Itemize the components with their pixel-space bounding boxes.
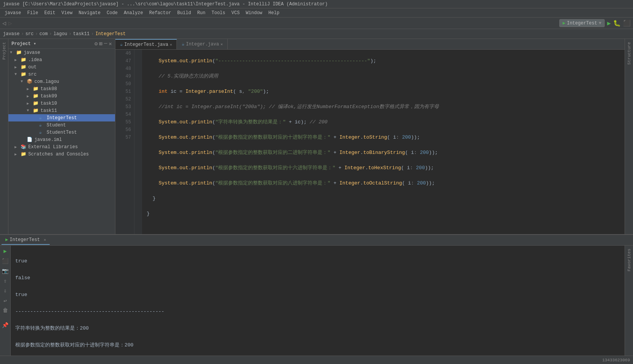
sidebar-item-student[interactable]: ☕ Student bbox=[8, 121, 115, 129]
arrow-icon: ▼ bbox=[15, 72, 21, 76]
run-content: ▶ ⬛ 📷 ⇧ ⇩ ↩ 🗑 📌 true false true --------… bbox=[0, 246, 633, 356]
sidebar-item-com-lagou[interactable]: ▼ 📦 com.lagou bbox=[8, 78, 115, 85]
code-line-51: System.out.println("根据参数指定的整数获取对应的十进制字符串… bbox=[147, 134, 620, 141]
gear-icon[interactable]: ⚙ bbox=[94, 40, 97, 47]
run-button[interactable]: ▶ bbox=[607, 19, 611, 27]
menu-tools[interactable]: Tools bbox=[209, 10, 228, 16]
run-tabs: ▶ IntegerTest ✕ bbox=[0, 235, 633, 246]
menu-analyze[interactable]: Analyze bbox=[121, 10, 146, 16]
rerun-button[interactable]: ▶ bbox=[2, 247, 9, 255]
close-sidebar-icon[interactable]: ✕ bbox=[109, 40, 112, 47]
sidebar-item-task11[interactable]: ▼ 📁 task11 bbox=[8, 107, 115, 114]
run-tab-close[interactable]: ✕ bbox=[44, 238, 46, 242]
structure-tab[interactable]: Structure bbox=[625, 39, 633, 68]
sidebar-item-label: task08 bbox=[40, 86, 57, 92]
sidebar-item-label: task10 bbox=[40, 101, 57, 106]
folder-icon: 📁 bbox=[21, 64, 28, 70]
menu-vcs[interactable]: VCS bbox=[228, 10, 243, 16]
breadcrumb-lagou[interactable]: lagou bbox=[53, 31, 67, 37]
menu-view[interactable]: View bbox=[58, 10, 76, 16]
sidebar-item-external-libs[interactable]: ▶ 📚 External Libraries bbox=[8, 143, 115, 150]
scroll-down-icon[interactable]: ⇩ bbox=[2, 287, 9, 294]
debug-button[interactable]: 🐛 bbox=[613, 19, 621, 27]
menu-navigate[interactable]: Navigate bbox=[76, 10, 104, 16]
menu-javase[interactable]: javase bbox=[2, 10, 24, 16]
forward-icon[interactable]: ▷ bbox=[8, 19, 12, 27]
favorites-tab[interactable]: Favorites bbox=[625, 246, 633, 274]
arrow-icon: ▼ bbox=[21, 79, 27, 84]
stop-button[interactable]: ⬛ bbox=[623, 19, 631, 27]
breadcrumb-integertest[interactable]: IntegerTest bbox=[96, 31, 126, 37]
code-line-54: System.out.println("根据参数指定的整数获取对应的八进制字符串… bbox=[147, 180, 620, 187]
folder-icon: 📁 bbox=[33, 93, 40, 99]
code-editor[interactable]: 46 47 48 49 50 51 52 53 54 55 56 57 bbox=[115, 50, 625, 234]
sidebar-item-label: javase bbox=[24, 50, 40, 55]
sidebar-item-task08[interactable]: ▶ 📁 task08 bbox=[8, 85, 115, 92]
breadcrumb-javase[interactable]: javase bbox=[3, 31, 19, 37]
breadcrumb-task11[interactable]: task11 bbox=[73, 31, 89, 37]
arrow-icon: ▶ bbox=[15, 152, 21, 157]
sidebar-item-label: External Libraries bbox=[28, 144, 78, 150]
tab-integertestjava[interactable]: ☕ IntegerTest.java ✕ bbox=[115, 39, 177, 49]
code-line-49: //int ic = Integer.parseInt("200a"); // … bbox=[147, 103, 620, 111]
sidebar-item-task09[interactable]: ▶ 📁 task09 bbox=[8, 92, 115, 100]
clear-icon[interactable]: 🗑 bbox=[2, 307, 9, 314]
code-content[interactable]: System.out.println("--------------------… bbox=[142, 50, 625, 234]
project-sidebar: Project ▾ ⚙ ⊞ ─ ✕ ▼ 📁 javase ▶ 📁 .idea bbox=[8, 39, 115, 234]
tab-close-integer[interactable]: ✕ bbox=[220, 42, 223, 47]
sidebar-title: Project ▾ bbox=[11, 41, 36, 47]
sidebar-item-scratches[interactable]: ▶ 📁 Scratches and Consoles bbox=[8, 150, 115, 158]
sidebar-item-studenttest[interactable]: ☕ StudentTest bbox=[8, 129, 115, 136]
folder-icon: 📁 bbox=[16, 50, 23, 55]
code-line-57 bbox=[147, 225, 620, 233]
folder-icon: 📁 bbox=[21, 57, 28, 63]
tab-integerjava[interactable]: ☕ Integer.java ✕ bbox=[177, 39, 228, 49]
sidebar-item-javase-iml[interactable]: 📄 javase.iml bbox=[8, 136, 115, 143]
breadcrumb-src[interactable]: src bbox=[25, 31, 34, 37]
right-panel: ☕ IntegerTest.java ✕ ☕ Integer.java ✕ 46… bbox=[115, 39, 625, 234]
editor-tabs: ☕ IntegerTest.java ✕ ☕ Integer.java ✕ bbox=[115, 39, 625, 50]
expand-icon[interactable]: ⊞ bbox=[99, 40, 102, 47]
run-right-panel: Favorites bbox=[625, 246, 633, 356]
sidebar-item-src[interactable]: ▼ 📁 src bbox=[8, 71, 115, 78]
line-numbers: 46 47 48 49 50 51 52 53 54 55 56 57 bbox=[115, 50, 134, 234]
status-bar: 13433623069 bbox=[0, 356, 633, 364]
gutter-area bbox=[134, 50, 142, 234]
run-tab-label[interactable]: ▶ IntegerTest ✕ bbox=[2, 235, 50, 245]
menu-run[interactable]: Run bbox=[194, 10, 209, 16]
title-text: javase [C:\Users\Marz\IdeaProjects\javas… bbox=[3, 2, 328, 7]
arrow-icon: ▶ bbox=[27, 94, 33, 99]
project-panel-tab[interactable]: Project bbox=[0, 39, 8, 63]
collapse-icon[interactable]: ─ bbox=[104, 40, 107, 47]
pin-icon[interactable]: 📌 bbox=[2, 321, 9, 329]
wrap-icon[interactable]: ↩ bbox=[2, 297, 9, 304]
console-output: true false true ------------------------… bbox=[11, 246, 625, 356]
arrow-icon: ▼ bbox=[10, 50, 16, 55]
run-config[interactable]: ▶ IntegerTest ▼ bbox=[559, 19, 605, 27]
editor-area: Project Project ▾ ⚙ ⊞ ─ ✕ ▼ 📁 javase ▶ bbox=[0, 39, 633, 234]
back-icon[interactable]: ◁ bbox=[2, 19, 6, 27]
sidebar-item-task10[interactable]: ▶ 📁 task10 bbox=[8, 100, 115, 107]
breadcrumb: javase › src › com › lagou › task11 › In… bbox=[0, 29, 633, 39]
menu-refactor[interactable]: Refactor bbox=[146, 10, 175, 16]
menu-code[interactable]: Code bbox=[104, 10, 121, 16]
sidebar-item-javase[interactable]: ▼ 📁 javase bbox=[8, 49, 115, 56]
breadcrumb-com[interactable]: com bbox=[39, 31, 48, 37]
sidebar-item-integertest[interactable]: ☕ IntegerTest bbox=[8, 114, 115, 121]
menu-help[interactable]: Help bbox=[266, 10, 283, 16]
scroll-up-icon[interactable]: ⇧ bbox=[2, 277, 9, 285]
menu-window[interactable]: Window bbox=[243, 10, 265, 16]
camera-icon[interactable]: 📷 bbox=[2, 267, 9, 275]
menu-edit[interactable]: Edit bbox=[41, 10, 58, 16]
arrow-icon: ▶ bbox=[15, 65, 21, 70]
sidebar-item-label: src bbox=[28, 72, 37, 77]
arrow-icon: ▶ bbox=[15, 58, 21, 62]
menu-file[interactable]: File bbox=[24, 10, 41, 16]
java-icon: ☕ bbox=[39, 115, 46, 121]
tab-label: IntegerTest.java bbox=[124, 42, 168, 47]
sidebar-item-idea[interactable]: ▶ 📁 .idea bbox=[8, 56, 115, 63]
stop-button[interactable]: ⬛ bbox=[2, 257, 9, 265]
tab-close-integertest[interactable]: ✕ bbox=[170, 42, 172, 47]
sidebar-item-out[interactable]: ▶ 📁 out bbox=[8, 63, 115, 71]
menu-build[interactable]: Build bbox=[174, 10, 194, 16]
